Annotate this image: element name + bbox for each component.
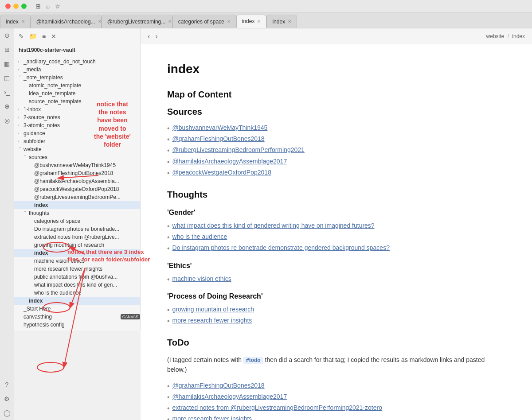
tab-hamilakis[interactable]: @hamilakisArchaeolog... ✕: [31, 15, 102, 28]
todo-link-4[interactable]: more research fewer insights: [172, 415, 252, 420]
gender-link-1[interactable]: what impact does this kind of gendered w…: [172, 222, 375, 229]
new-note-icon[interactable]: ✎: [19, 33, 24, 40]
help-icon[interactable]: ?: [5, 381, 9, 388]
sidebar-item-2source[interactable]: › 2-source_notes: [14, 113, 140, 121]
chevron-icon: ›: [18, 131, 22, 136]
tab-close-icon[interactable]: ✕: [98, 19, 102, 24]
sidebar-item-index-thoughts[interactable]: index: [14, 249, 140, 257]
calendar-icon[interactable]: ▦: [4, 60, 10, 67]
gender-link-3[interactable]: Do instagram photos re bonetrade demonst…: [172, 244, 390, 251]
person-icon[interactable]: ⊙: [4, 32, 10, 39]
file-label: public annotations from @bushva...: [34, 274, 140, 280]
tab-index-1[interactable]: index ✕: [0, 15, 31, 28]
minimize-button[interactable]: [13, 4, 19, 9]
close-sidebar-icon[interactable]: ✕: [51, 33, 56, 40]
sidebar-item-hamilakis[interactable]: @hamilakisArchaeologyAssembla...: [14, 177, 140, 185]
sidebar-item-ancillary[interactable]: › _ancillary_code_do_not_touch: [14, 58, 140, 66]
sidebar-item-bushvannevar[interactable]: @bushvannevarWeMayThink1945: [14, 161, 140, 169]
sidebar-item-growing[interactable]: growing mountain of research: [14, 241, 140, 249]
titlebar: ⊞ ⌕ ☆: [0, 0, 532, 12]
chevron-icon: ›: [18, 139, 22, 144]
tab-close-icon[interactable]: ✕: [21, 19, 25, 24]
sidebar-item-guidance[interactable]: › guidance: [14, 129, 140, 137]
maximize-button[interactable]: [21, 4, 27, 9]
todo-link-3[interactable]: extracted notes from @rubergLivestreamin…: [172, 404, 382, 411]
bullet-icon: •: [167, 404, 170, 412]
sidebar-item-1inbox[interactable]: › 1-inbox: [14, 105, 140, 113]
sidebar-item-3atomic[interactable]: › 3-atomic_notes: [14, 121, 140, 129]
source-link-2[interactable]: @grahamFleshingOutBones2018: [172, 135, 265, 142]
sidebar-item-do-instagram[interactable]: Do instagram photos re bonetrade...: [14, 225, 140, 233]
todo-link-2[interactable]: @hamilakisArchaeologyAssemblage2017: [172, 393, 287, 400]
sidebar-item-website[interactable]: › website: [14, 145, 140, 153]
gender-link-2[interactable]: who is the audience: [172, 233, 227, 240]
sidebar-item-what-impact[interactable]: what impact does this kind of gen...: [14, 281, 140, 289]
sidebar-item-grahamfleshing[interactable]: @grahamFleshingOutBones2018: [14, 169, 140, 177]
sidebar-item-atomic-template[interactable]: atomic_note_template: [14, 82, 140, 89]
document-icon[interactable]: ◫: [4, 74, 10, 82]
sidebar-item-hypothesis[interactable]: hypothesis config: [14, 321, 140, 329]
sidebar-tree: › _ancillary_code_do_not_touch › _media …: [14, 56, 140, 331]
tab-index-3[interactable]: index ✕: [266, 15, 297, 28]
sidebar-item-more-research[interactable]: more research fewer insights: [14, 265, 140, 273]
ethics-link-1[interactable]: machine vision ethics: [172, 275, 231, 282]
source-link-5[interactable]: @peacockWestgateOxfordPop2018: [172, 169, 271, 176]
sidebar-item-canvasthing[interactable]: canvasthing CANVAS: [14, 313, 140, 321]
new-folder-icon[interactable]: 📁: [29, 33, 37, 40]
search-icon[interactable]: ⌕: [46, 3, 50, 10]
sidebar-item-index-sources[interactable]: index: [14, 201, 140, 209]
tab-ruberg[interactable]: @rubergLivestreaming... ✕: [102, 15, 172, 28]
forward-button[interactable]: ›: [155, 32, 157, 40]
sidebar-item-media[interactable]: › _media: [14, 66, 140, 74]
folder-label: sources: [29, 154, 140, 160]
sidebar-item-idea-template[interactable]: idea_note_template: [14, 89, 140, 97]
sort-icon[interactable]: ≡: [42, 33, 46, 40]
back-button[interactable]: ‹: [148, 32, 150, 40]
sidebar-toggle-icon[interactable]: ⊞: [35, 3, 41, 10]
sidebar-toolbar: ✎ 📁 ≡ ✕: [14, 28, 140, 44]
source-link-1[interactable]: @bushvannevarWeMayThink1945: [172, 124, 268, 131]
source-link-4[interactable]: @hamilakisArchaeologyAssemblage2017: [172, 158, 287, 165]
tab-categories[interactable]: categories of space ✕: [172, 15, 236, 28]
grid-icon[interactable]: ⊞: [4, 46, 10, 53]
sidebar-item-who-audience[interactable]: who is the audience: [14, 289, 140, 297]
sidebar-item-ruberg[interactable]: @rubergLivestreamingBedroomPe...: [14, 193, 140, 201]
close-button[interactable]: [5, 4, 11, 9]
bullet-icon: •: [167, 244, 170, 253]
sidebar-item-note-templates[interactable]: › _note_templates: [14, 74, 140, 82]
sidebar-item-machine-vision[interactable]: machine vision ethics: [14, 257, 140, 265]
sidebar-item-start-here[interactable]: _Start Here: [14, 305, 140, 313]
process-link-1[interactable]: growing mountain of research: [172, 306, 254, 313]
list-item: • more research fewer insights: [167, 317, 505, 325]
sidebar-item-categories[interactable]: categories of space: [14, 217, 140, 225]
source-link-3[interactable]: @rubergLivestreamingBedroomPerforming202…: [172, 146, 305, 153]
user-icon[interactable]: ◯: [4, 409, 11, 416]
sidebar-item-thoughts[interactable]: › thoughts: [14, 209, 140, 217]
terminal-icon[interactable]: ›_: [4, 89, 9, 96]
file-label: atomic_note_template: [29, 82, 140, 89]
bookmark-icon[interactable]: ☆: [55, 3, 61, 10]
tab-index-active[interactable]: index ✕: [236, 15, 267, 28]
file-label: @peacockWestgateOxfordPop2018: [34, 186, 140, 192]
sidebar-item-extracted[interactable]: extracted notes from @rubergLive...: [14, 233, 140, 241]
sidebar-item-index-website[interactable]: index: [14, 297, 140, 305]
list-item: • extracted notes from @rubergLivestream…: [167, 404, 505, 412]
file-label: index: [29, 298, 140, 304]
tab-close-icon[interactable]: ✕: [288, 19, 291, 24]
tab-close-icon[interactable]: ✕: [227, 19, 231, 24]
sidebar-item-public-annotations[interactable]: public annotations from @bushva...: [14, 273, 140, 281]
graph-icon[interactable]: ◎: [4, 117, 10, 124]
pin-icon[interactable]: ⊕: [4, 103, 10, 110]
todo-section: ToDo (I tagged certain notes with #todo …: [167, 338, 505, 420]
sidebar-item-subfolder[interactable]: › subfolder: [14, 137, 140, 145]
process-link-2[interactable]: more research fewer insights: [172, 317, 252, 324]
tab-close-icon[interactable]: ✕: [257, 19, 261, 24]
tab-close-icon[interactable]: ✕: [168, 19, 172, 24]
sidebar-item-sources[interactable]: › sources: [14, 153, 140, 161]
sidebar-item-source-template[interactable]: source_note_template: [14, 97, 140, 105]
todo-link-1[interactable]: @grahamFleshingOutBones2018: [172, 382, 265, 389]
chevron-icon: ›: [18, 147, 22, 152]
sidebar-item-peacock[interactable]: @peacockWestgateOxfordPop2018: [14, 185, 140, 193]
settings-icon[interactable]: ⚙: [4, 395, 10, 402]
bullet-icon: •: [167, 124, 170, 132]
